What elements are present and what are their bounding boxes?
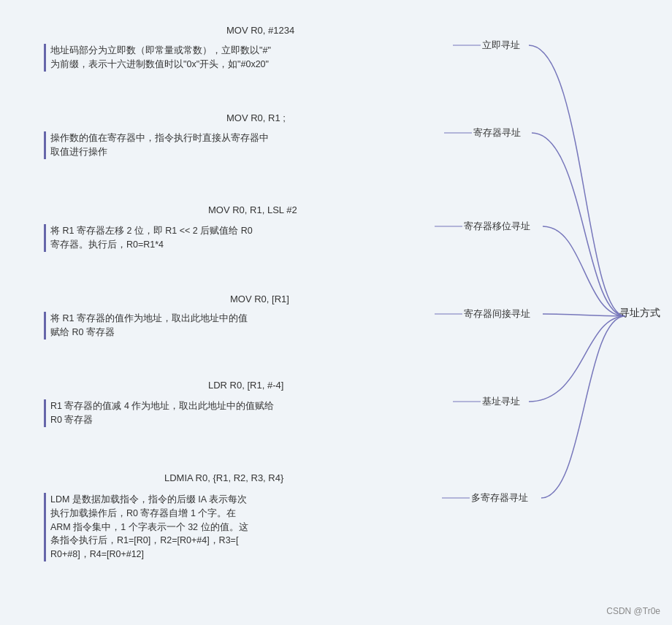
branch-label-register-indirect: 寄存器间接寻址 [464, 307, 530, 321]
branch-label-register: 寄存器寻址 [473, 126, 521, 140]
code-register-indirect: MOV R0, [R1] [230, 292, 289, 307]
code-base: LDR R0, [R1, #-4] [208, 378, 283, 393]
desc-immediate: 地址码部分为立即数（即常量或常数），立即数以"#" 为前缀，表示十六进制数值时以… [44, 44, 271, 72]
code-register-shift: MOV R0, R1, LSL #2 [208, 203, 297, 218]
desc-multi-register: LDM 是数据加载指令，指令的后缀 IA 表示每次 执行加载操作后，R0 寄存器… [44, 493, 248, 561]
branch-label-multi-register: 多寄存器寻址 [471, 491, 528, 505]
branch-label-base: 基址寻址 [482, 394, 520, 409]
desc-register-indirect: 将 R1 寄存器的值作为地址，取出此地址中的值 赋给 R0 寄存器 [44, 312, 248, 340]
root-node: 寻址方式 [619, 305, 660, 321]
code-multi-register: LDMIA R0, {R1, R2, R3, R4} [164, 471, 283, 486]
branch-label-register-shift: 寄存器移位寻址 [464, 219, 530, 234]
code-immediate: MOV R0, #1234 [226, 23, 294, 38]
code-register: MOV R0, R1 ; [226, 111, 286, 126]
branch-label-immediate: 立即寻址 [482, 38, 520, 53]
desc-register-shift: 将 R1 寄存器左移 2 位，即 R1 << 2 后赋值给 R0 寄存器。执行后… [44, 224, 253, 252]
desc-base: R1 寄存器的值减 4 作为地址，取出此地址中的值赋给 R0 寄存器 [44, 399, 274, 427]
diagram-container: 立即寻址MOV R0, #1234地址码部分为立即数（即常量或常数），立即数以"… [0, 0, 672, 625]
watermark: CSDN @Tr0e [606, 606, 660, 616]
desc-register: 操作数的值在寄存器中，指令执行时直接从寄存器中 取值进行操作 [44, 131, 269, 159]
